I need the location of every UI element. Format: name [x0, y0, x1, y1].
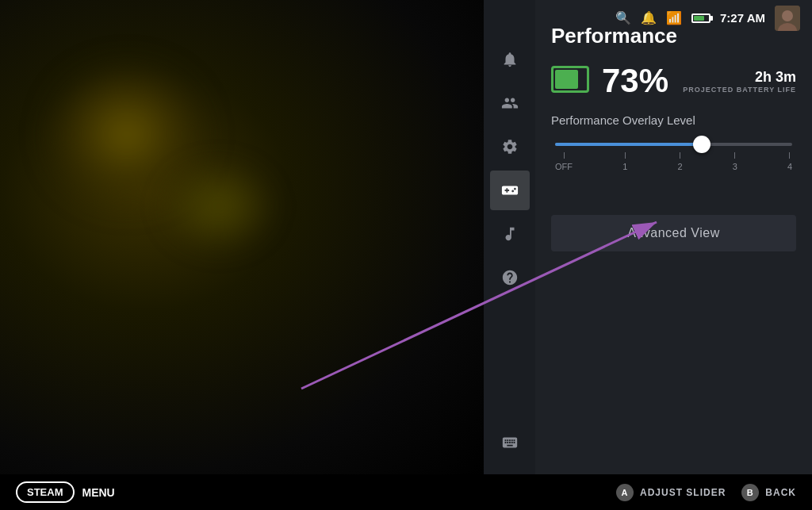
battery-section: 73% 2h 3m PROJECTED BATTERY LIFE — [551, 64, 796, 98]
adjust-label: ADJUST SLIDER — [640, 487, 726, 498]
clock: 7:27 AM — [720, 11, 765, 25]
steam-button[interactable]: STEAM — [16, 481, 75, 503]
battery-time-info: 2h 3m PROJECTED BATTERY LIFE — [683, 69, 796, 94]
steam-label: STEAM — [27, 486, 63, 498]
slider-tick-off: OFF — [555, 152, 573, 171]
tick-mark — [734, 152, 735, 159]
battery-percentage: 73% — [602, 64, 668, 98]
search-icon[interactable]: 🔍 — [615, 10, 631, 25]
slider-tick-3: 3 — [733, 152, 737, 171]
wifi-icon: 📶 — [666, 10, 682, 25]
slider-fill — [555, 143, 702, 146]
sidebar-item-controller[interactable] — [490, 171, 530, 210]
tick-mark — [625, 152, 626, 159]
sidebar-item-friends[interactable] — [490, 83, 530, 123]
status-bar: 🔍 🔔 📶 7:27 AM — [0, 0, 812, 36]
advanced-view-button[interactable]: Advanced View — [551, 215, 796, 251]
sidebar-item-media[interactable] — [490, 214, 530, 254]
slider-ticks: OFF 1 2 3 4 — [551, 152, 796, 171]
tick-label-3: 3 — [733, 162, 737, 171]
sidebar-item-settings[interactable] — [490, 127, 530, 167]
tick-label-2: 2 — [677, 162, 682, 171]
adjust-slider-hint: A ADJUST SLIDER — [616, 484, 726, 501]
sidebar-bottom — [484, 423, 535, 462]
battery-display: 73% — [551, 64, 668, 98]
a-button[interactable]: A — [616, 484, 634, 501]
bottom-controls: A ADJUST SLIDER B BACK — [616, 484, 796, 501]
tick-label-1: 1 — [622, 162, 627, 171]
tick-mark — [789, 152, 790, 159]
sidebar — [484, 0, 535, 510]
battery-indicator — [691, 13, 710, 23]
b-button[interactable]: B — [741, 484, 759, 501]
battery-time: 2h 3m — [683, 69, 796, 86]
slider-tick-2: 2 — [677, 152, 682, 171]
battery-label: PROJECTED BATTERY LIFE — [683, 86, 796, 94]
tick-mark — [680, 152, 680, 159]
slider-thumb[interactable] — [693, 136, 710, 153]
game-background — [0, 0, 484, 476]
performance-panel: Performance 73% 2h 3m PROJECTED BATTERY … — [535, 0, 812, 510]
back-label: BACK — [765, 487, 796, 498]
tick-mark — [564, 152, 565, 159]
menu-label: MENU — [82, 486, 115, 499]
slider-tick-1: 1 — [622, 152, 627, 171]
tick-label-off: OFF — [555, 162, 573, 171]
overlay-level-label: Performance Overlay Level — [551, 113, 796, 127]
slider-container[interactable]: OFF 1 2 3 4 — [551, 143, 796, 191]
slider-tick-4: 4 — [787, 152, 792, 171]
large-battery-icon — [551, 66, 592, 96]
slider-track[interactable] — [555, 143, 792, 146]
avatar[interactable] — [775, 6, 800, 31]
tick-label-4: 4 — [787, 162, 792, 171]
sidebar-item-keyboard[interactable] — [490, 423, 530, 462]
sidebar-item-notifications[interactable] — [490, 40, 530, 79]
notification-icon[interactable]: 🔔 — [641, 10, 657, 25]
svg-point-1 — [782, 10, 793, 21]
bottom-bar: STEAM MENU A ADJUST SLIDER B BACK — [0, 474, 812, 510]
sidebar-item-help[interactable] — [490, 258, 530, 297]
back-hint: B BACK — [741, 484, 796, 501]
